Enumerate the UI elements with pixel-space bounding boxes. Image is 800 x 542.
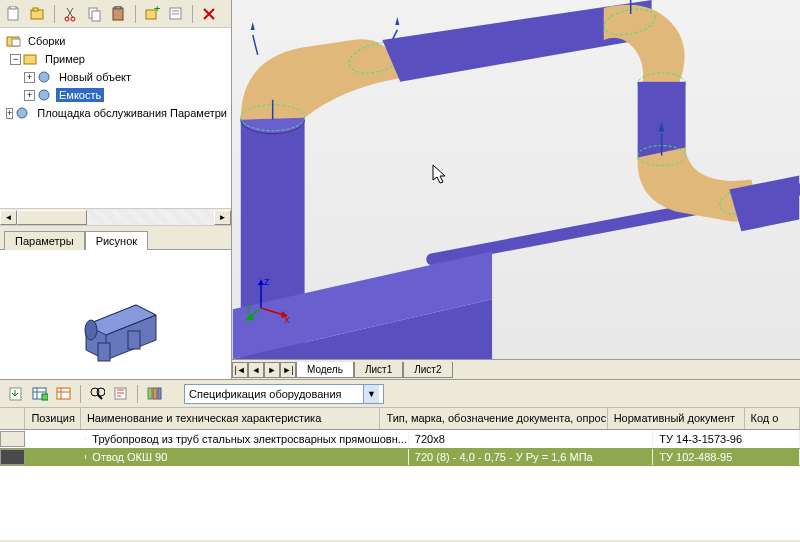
svg-rect-60 bbox=[158, 388, 161, 399]
svg-rect-3 bbox=[33, 8, 38, 11]
object-icon bbox=[15, 106, 31, 120]
toolbar-separator bbox=[54, 5, 55, 23]
wcs-axis: z x y bbox=[246, 273, 296, 325]
col-type[interactable]: Тип, марка, обозначение документа, опрос… bbox=[380, 408, 607, 429]
tab-first-icon[interactable]: |◄ bbox=[232, 362, 248, 378]
spec-export-icon[interactable] bbox=[6, 384, 26, 404]
svg-point-18 bbox=[39, 72, 49, 82]
tab-parameters[interactable]: Параметры bbox=[4, 231, 85, 250]
toolbar-add-icon[interactable]: + bbox=[142, 4, 162, 24]
toolbar-paste-icon[interactable] bbox=[109, 4, 129, 24]
spec-refresh-icon[interactable] bbox=[54, 384, 74, 404]
col-position[interactable]: Позиция bbox=[25, 408, 80, 429]
svg-rect-7 bbox=[92, 11, 100, 21]
spec-columns-icon[interactable] bbox=[144, 384, 164, 404]
tab-picture[interactable]: Рисунок bbox=[85, 231, 149, 250]
assembly-icon bbox=[6, 34, 22, 48]
tree-item[interactable]: + Новый объект bbox=[2, 68, 229, 86]
toolbar-separator bbox=[135, 5, 136, 23]
side-tabs: Параметры Рисунок bbox=[0, 225, 231, 249]
collapse-icon[interactable]: − bbox=[10, 54, 21, 65]
tree-item-selected[interactable]: + Емкость bbox=[2, 86, 229, 104]
tab-sheet1[interactable]: Лист1 bbox=[354, 362, 403, 378]
svg-point-56 bbox=[97, 388, 105, 396]
chevron-down-icon[interactable]: ▼ bbox=[363, 385, 379, 403]
toolbar-copy-icon[interactable] bbox=[85, 4, 105, 24]
tab-sheet2[interactable]: Лист2 bbox=[403, 362, 452, 378]
object-icon bbox=[37, 70, 53, 84]
svg-rect-1 bbox=[10, 6, 16, 9]
svg-rect-9 bbox=[115, 6, 121, 9]
spec-toolbar: Спецификация оборудования ▼ bbox=[0, 380, 800, 408]
row-selector[interactable] bbox=[0, 431, 25, 447]
folder-icon bbox=[23, 52, 39, 66]
expand-icon[interactable]: + bbox=[24, 72, 35, 83]
svg-rect-21 bbox=[98, 343, 110, 361]
cursor-icon bbox=[432, 164, 450, 188]
tab-next-icon[interactable]: ► bbox=[264, 362, 280, 378]
svg-point-20 bbox=[17, 108, 27, 118]
tab-model[interactable]: Модель bbox=[296, 362, 354, 378]
3d-viewport[interactable]: z x y bbox=[232, 0, 800, 359]
scroll-right-icon[interactable]: ► bbox=[214, 210, 231, 225]
svg-marker-29 bbox=[395, 17, 399, 25]
scroll-left-icon[interactable]: ◄ bbox=[0, 210, 17, 225]
tree-item[interactable]: − Пример bbox=[2, 50, 229, 68]
col-code[interactable]: Код о bbox=[745, 408, 800, 429]
svg-text:z: z bbox=[264, 275, 270, 287]
svg-rect-58 bbox=[148, 388, 152, 399]
svg-rect-16 bbox=[12, 39, 20, 46]
specification-panel: Спецификация оборудования ▼ Позиция Наим… bbox=[0, 380, 800, 540]
grid-header: Позиция Наименование и техническая харак… bbox=[0, 408, 800, 430]
spec-type-combo[interactable]: Спецификация оборудования ▼ bbox=[184, 384, 384, 404]
toolbar-separator bbox=[137, 385, 138, 403]
toolbar-separator bbox=[80, 385, 81, 403]
toolbar-cut-icon[interactable] bbox=[61, 4, 81, 24]
view-tabs: |◄ ◄ ► ►| Модель Лист1 Лист2 bbox=[232, 359, 800, 379]
expand-icon[interactable]: + bbox=[24, 90, 35, 101]
svg-rect-50 bbox=[42, 394, 48, 400]
toolbar-new-icon[interactable] bbox=[4, 4, 24, 24]
svg-rect-22 bbox=[128, 331, 140, 349]
svg-rect-17 bbox=[24, 55, 36, 64]
spec-table-icon[interactable] bbox=[30, 384, 50, 404]
spec-grid[interactable]: Позиция Наименование и техническая харак… bbox=[0, 408, 800, 540]
svg-rect-51 bbox=[57, 388, 70, 399]
col-name[interactable]: Наименование и техническая характеристик… bbox=[81, 408, 381, 429]
svg-marker-28 bbox=[251, 22, 255, 30]
svg-rect-59 bbox=[153, 388, 157, 399]
tab-prev-icon[interactable]: ◄ bbox=[248, 362, 264, 378]
svg-rect-0 bbox=[8, 8, 18, 20]
svg-rect-8 bbox=[113, 8, 123, 20]
preview-panel bbox=[0, 249, 231, 379]
toolbar-props-icon[interactable] bbox=[166, 4, 186, 24]
tree-item[interactable]: + Площадка обслуживания Параметри bbox=[2, 104, 229, 122]
tree-root-label: Сборки bbox=[25, 34, 68, 48]
spec-filter-icon[interactable] bbox=[111, 384, 131, 404]
svg-text:y: y bbox=[246, 301, 252, 313]
col-norm[interactable]: Нормативный документ bbox=[608, 408, 745, 429]
expand-icon[interactable]: + bbox=[6, 108, 13, 119]
svg-text:x: x bbox=[284, 313, 290, 323]
scroll-thumb[interactable] bbox=[17, 210, 87, 225]
toolbar-open-icon[interactable] bbox=[28, 4, 48, 24]
tree-root[interactable]: Сборки bbox=[2, 32, 229, 50]
tab-last-icon[interactable]: ►| bbox=[280, 362, 296, 378]
svg-point-19 bbox=[39, 90, 49, 100]
row-selector[interactable] bbox=[0, 449, 25, 465]
grid-row-selected[interactable]: Отвод ОКШ 90 720 (8) - 4,0 - 0,75 - У Ру… bbox=[0, 448, 800, 466]
scroll-track[interactable] bbox=[17, 210, 214, 225]
svg-point-23 bbox=[85, 320, 97, 340]
spec-find-icon[interactable] bbox=[87, 384, 107, 404]
assembly-tree[interactable]: Сборки − Пример + Новый объект + Емкость bbox=[0, 28, 231, 208]
tree-toolbar: + bbox=[0, 0, 231, 28]
svg-text:+: + bbox=[154, 6, 160, 14]
preview-thumbnail bbox=[46, 265, 186, 365]
object-icon bbox=[37, 88, 53, 102]
3d-scene bbox=[232, 0, 800, 359]
svg-line-40 bbox=[261, 308, 284, 315]
tree-hscrollbar[interactable]: ◄ ► bbox=[0, 208, 231, 225]
toolbar-separator bbox=[192, 5, 193, 23]
grid-row[interactable]: Трубопровод из труб стальных электросвар… bbox=[0, 430, 800, 448]
toolbar-delete-icon[interactable] bbox=[199, 4, 219, 24]
